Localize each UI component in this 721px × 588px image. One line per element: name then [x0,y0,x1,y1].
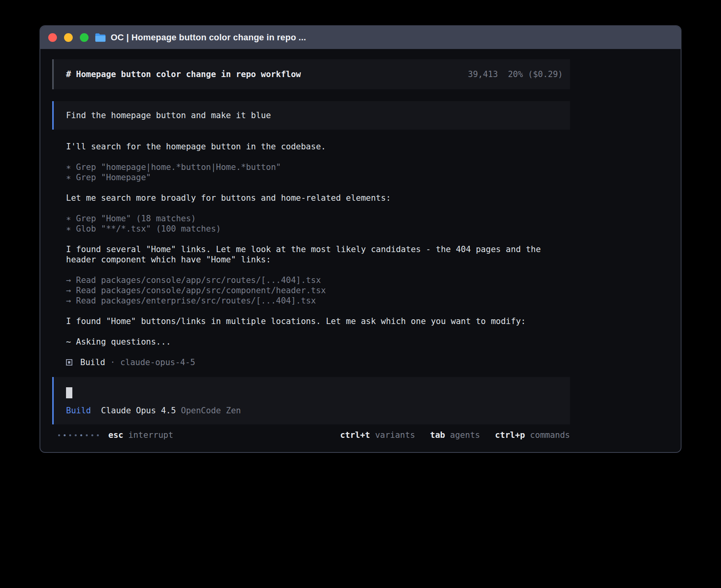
tool-call-group-3: →Readpackages/console/app/src/routes/[..… [66,275,570,306]
tool-call-grep: ∗Grep"homepage|home.*button|Home.*button… [66,162,570,172]
input-provider-name: OpenCode Zen [181,405,241,416]
tool-call-read: →Readpackages/console/app/src/routes/[..… [66,275,570,285]
assistant-text-ask: I found "Home" buttons/links in multiple… [66,316,570,326]
prompt-input[interactable]: Build Claude Opus 4.5 OpenCode Zen [52,377,570,424]
spinner-dot [58,434,60,436]
tool-args: "**/*.tsx" (100 matches) [101,224,221,234]
tool-name: Grep [76,172,96,183]
terminal-content: # Homepage button color change in repo w… [40,49,681,440]
model-name: claude-opus-4-5 [120,357,195,368]
minimize-button[interactable] [64,33,73,42]
shortcut-label: agents [450,430,480,440]
tool-marker-icon: ∗ [66,224,71,234]
shortcut-interrupt: esc interrupt [108,430,173,440]
input-agent-mode[interactable]: Build [66,405,91,416]
spinner-dot [97,434,99,436]
traffic-lights [48,33,89,42]
shortcut-variants: ctrl+t variants [340,430,415,440]
spinner-dot [69,434,71,436]
tool-args: packages/enterprise/src/routes/[...404].… [101,296,316,306]
tool-marker-icon: ∗ [66,172,71,183]
agent-status-line: Build · claude-opus-4-5 [66,357,570,368]
text-cursor [66,387,72,398]
conversation: I'll search for the homepage button in t… [52,141,570,368]
tool-call-grep: ∗Grep"Home" (18 matches) [66,213,570,224]
separator-dot: · [110,357,115,368]
agent-square-icon [66,359,72,366]
tool-marker-icon: ∗ [66,213,71,224]
tool-args: "Home" (18 matches) [101,213,196,224]
status-left: esc interrupt [58,430,173,440]
desktop-background: OC | Homepage button color change in rep… [0,0,721,588]
input-model-name[interactable]: Claude Opus 4.5 [101,405,176,416]
assistant-text-candidates: I found several "Home" links. Let me loo… [66,244,570,265]
tool-marker-icon: ∗ [66,162,71,172]
assistant-working-status: ~ Asking questions... [66,337,570,347]
status-bar: esc interrupt ctrl+t variants tab agents [52,430,570,440]
spinner-dot [75,434,77,436]
tool-marker-icon: → [66,275,71,285]
tool-marker-icon: → [66,296,71,306]
shortcut-agents: tab agents [430,430,480,440]
shortcut-label: variants [375,430,415,440]
spinner-dot [91,434,93,436]
spinner-dot [80,434,82,436]
shortcut-key: tab [430,430,445,440]
tool-args: packages/console/app/src/routes/[...404]… [101,275,321,285]
shortcut-label: interrupt [128,430,174,440]
window-title: OC | Homepage button color change in rep… [111,32,306,43]
terminal-window: OC | Homepage button color change in rep… [40,25,681,453]
tool-args: "Homepage" [101,172,151,183]
tool-name: Glob [76,224,96,234]
tool-name: Read [76,285,96,296]
window-titlebar[interactable]: OC | Homepage button color change in rep… [40,26,681,49]
context-usage: 20% ($0.29) [508,69,563,79]
activity-spinner [58,434,99,436]
tool-call-read: →Readpackages/console/app/src/component/… [66,285,570,296]
assistant-text-intro: I'll search for the homepage button in t… [66,141,570,152]
tool-name: Read [76,296,96,306]
spinner-dot [64,434,66,436]
status-right: ctrl+t variants tab agents ctrl+p comman… [340,430,570,440]
tool-name: Read [76,275,96,285]
folder-icon [95,33,106,42]
zoom-button[interactable] [80,33,89,42]
tool-call-group-1: ∗Grep"homepage|home.*button|Home.*button… [66,162,570,183]
tool-name: Grep [76,213,96,224]
shortcut-label: commands [530,430,570,440]
user-message-text: Find the homepage button and make it blu… [66,110,271,121]
assistant-text-broaden: Let me search more broadly for buttons a… [66,193,570,203]
tool-call-glob: ∗Glob"**/*.tsx" (100 matches) [66,224,570,234]
tool-args: "homepage|home.*button|Home.*button" [101,162,281,172]
agent-name: Build [80,357,105,368]
tool-call-read: →Readpackages/enterprise/src/routes/[...… [66,296,570,306]
tool-name: Grep [76,162,96,172]
tool-args: packages/console/app/src/component/heade… [101,285,326,296]
session-stats: 39,413 20% ($0.29) [468,69,563,79]
shortcut-key: esc [108,430,123,440]
input-meta: Build Claude Opus 4.5 OpenCode Zen [66,405,570,416]
user-message: Find the homepage button and make it blu… [52,101,570,130]
tool-call-grep: ∗Grep"Homepage" [66,172,570,183]
tool-call-group-2: ∗Grep"Home" (18 matches) ∗Glob"**/*.tsx"… [66,213,570,234]
close-button[interactable] [48,33,57,42]
shortcut-key: ctrl+t [340,430,370,440]
shortcut-commands: ctrl+p commands [495,430,570,440]
tool-marker-icon: → [66,285,71,296]
shortcut-key: ctrl+p [495,430,525,440]
session-title: # Homepage button color change in repo w… [66,69,301,79]
session-header: # Homepage button color change in repo w… [52,59,570,89]
spinner-dot [86,434,88,436]
token-count: 39,413 [468,69,498,79]
